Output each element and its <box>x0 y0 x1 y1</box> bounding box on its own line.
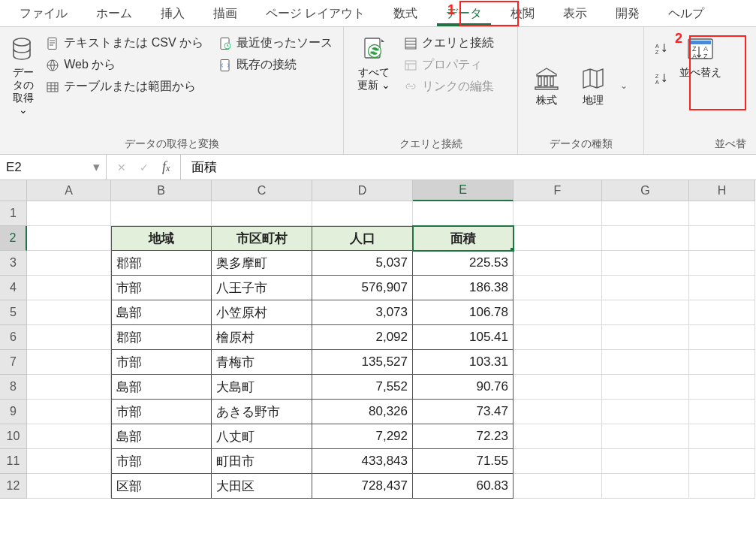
cell[interactable]: 郡部 <box>111 251 212 276</box>
cell[interactable] <box>27 300 111 325</box>
cell[interactable]: 大田区 <box>212 474 312 499</box>
cell[interactable]: あきる野市 <box>212 400 312 424</box>
cell[interactable] <box>689 325 755 350</box>
cell[interactable] <box>689 251 755 276</box>
tab-表示[interactable]: 表示 <box>550 2 601 26</box>
cell[interactable] <box>27 449 111 474</box>
cell[interactable]: 市部 <box>111 400 212 424</box>
tab-ヘルプ[interactable]: ヘルプ <box>655 2 718 26</box>
cell[interactable] <box>27 251 111 276</box>
cell[interactable] <box>689 350 755 375</box>
cell[interactable]: 71.55 <box>413 449 514 474</box>
cell[interactable]: 大島町 <box>212 375 312 400</box>
cell[interactable]: 檜原村 <box>212 325 312 350</box>
tab-ホーム[interactable]: ホーム <box>83 2 146 26</box>
cell[interactable] <box>602 400 689 424</box>
cell[interactable]: 60.83 <box>413 474 514 499</box>
column-header-E[interactable]: E <box>413 180 514 201</box>
cell[interactable] <box>602 251 689 276</box>
cell[interactable] <box>514 375 602 400</box>
existing-connections-button[interactable]: 既存の接続 <box>215 56 336 74</box>
cell[interactable]: 433,843 <box>312 449 413 474</box>
cell[interactable] <box>514 325 602 350</box>
cell[interactable] <box>27 276 111 300</box>
cell[interactable]: 7,552 <box>312 375 413 400</box>
row-header-11[interactable]: 11 <box>0 449 27 474</box>
cell[interactable] <box>514 251 602 276</box>
cell[interactable]: 186.38 <box>413 276 514 300</box>
cell[interactable] <box>689 300 755 325</box>
cell[interactable]: 市部 <box>111 449 212 474</box>
row-header-5[interactable]: 5 <box>0 300 27 325</box>
from-table-range-button[interactable]: テーブルまたは範囲から <box>43 78 206 95</box>
cell[interactable] <box>111 201 212 226</box>
from-web-button[interactable]: Web から <box>43 56 206 74</box>
tab-データ[interactable]: データ <box>432 2 495 26</box>
name-box-dropdown-icon[interactable]: ▾ <box>93 159 100 175</box>
cell[interactable]: 八丈町 <box>212 424 312 449</box>
cell[interactable]: 728,437 <box>312 474 413 499</box>
row-header-2[interactable]: 2 <box>0 226 27 251</box>
table-header-cell[interactable]: 市区町村 <box>212 226 312 251</box>
cell[interactable]: 90.76 <box>413 375 514 400</box>
cell[interactable]: 青梅市 <box>212 350 312 375</box>
cell[interactable] <box>602 449 689 474</box>
column-header-B[interactable]: B <box>111 180 212 201</box>
cell[interactable]: 80,326 <box>312 400 413 424</box>
geography-data-type-button[interactable]: 地理 <box>572 61 614 107</box>
cell[interactable] <box>689 276 755 300</box>
tab-開発[interactable]: 開発 <box>602 2 653 26</box>
cell[interactable] <box>602 325 689 350</box>
row-header-12[interactable]: 12 <box>0 474 27 499</box>
cell[interactable] <box>413 201 514 226</box>
cell[interactable] <box>514 201 602 226</box>
cell[interactable]: 郡部 <box>111 325 212 350</box>
cell[interactable] <box>514 300 602 325</box>
table-header-cell[interactable]: 面積 <box>413 226 514 251</box>
cell[interactable] <box>514 400 602 424</box>
cell[interactable] <box>689 375 755 400</box>
cell[interactable]: 市部 <box>111 350 212 375</box>
cell[interactable] <box>689 474 755 499</box>
sort-button[interactable]: ZAAZ 並べ替え <box>676 32 725 136</box>
gallery-dropdown-icon[interactable]: ⌄ <box>619 74 629 97</box>
tab-挿入[interactable]: 挿入 <box>147 2 198 26</box>
cell[interactable] <box>689 424 755 449</box>
column-header-H[interactable]: H <box>689 180 755 201</box>
name-box[interactable]: E2 ▾ <box>0 155 107 179</box>
cell[interactable] <box>602 300 689 325</box>
tab-描画[interactable]: 描画 <box>200 2 251 26</box>
cell[interactable]: 135,527 <box>312 350 413 375</box>
cell[interactable]: 島部 <box>111 300 212 325</box>
row-header-4[interactable]: 4 <box>0 276 27 300</box>
cell[interactable]: 島部 <box>111 375 212 400</box>
recent-sources-button[interactable]: 最近使ったソース <box>215 35 336 52</box>
row-header-7[interactable]: 7 <box>0 350 27 375</box>
row-header-3[interactable]: 3 <box>0 251 27 276</box>
row-header-1[interactable]: 1 <box>0 201 27 226</box>
cell[interactable] <box>514 350 602 375</box>
row-header-9[interactable]: 9 <box>0 400 27 424</box>
cell[interactable] <box>602 226 689 251</box>
column-header-C[interactable]: C <box>212 180 312 201</box>
cell[interactable]: 八王子市 <box>212 276 312 300</box>
column-header-F[interactable]: F <box>514 180 602 201</box>
cell[interactable]: 島部 <box>111 424 212 449</box>
cell[interactable] <box>514 449 602 474</box>
tab-ページ レイアウト[interactable]: ページ レイアウト <box>252 2 378 26</box>
tab-ファイル[interactable]: ファイル <box>6 2 81 26</box>
spreadsheet-grid[interactable]: ABCDEFGH12地域市区町村人口面積3郡部奥多摩町5,037225.534市… <box>0 180 756 499</box>
sort-ascending-button[interactable]: AZ <box>652 41 671 56</box>
cell[interactable] <box>689 400 755 424</box>
stocks-data-type-button[interactable]: 株式 <box>526 61 568 107</box>
cell[interactable] <box>312 201 413 226</box>
cell[interactable]: 72.23 <box>413 424 514 449</box>
cell[interactable] <box>27 424 111 449</box>
cell[interactable]: 3,073 <box>312 300 413 325</box>
sort-descending-button[interactable]: ZA <box>652 71 671 86</box>
cell[interactable]: 225.53 <box>413 251 514 276</box>
cell[interactable] <box>27 375 111 400</box>
cancel-icon[interactable]: ✕ <box>117 161 126 173</box>
cell[interactable] <box>27 350 111 375</box>
cell[interactable] <box>602 201 689 226</box>
